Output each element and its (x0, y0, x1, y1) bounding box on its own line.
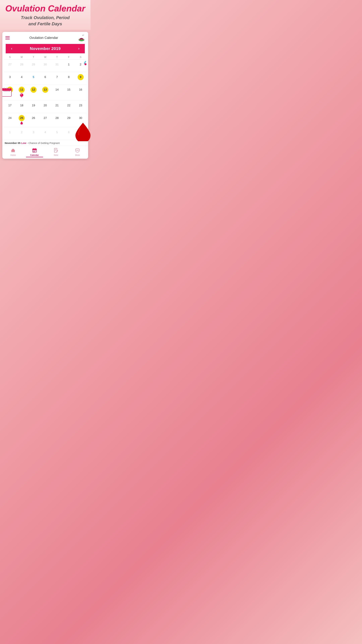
calendar-row-2: 3 4 5 6 7 8 9 (4, 72, 86, 84)
prev-month-button[interactable]: ‹ (10, 46, 13, 51)
cal-cell-7[interactable]: 7 (51, 74, 63, 83)
svg-point-23 (9, 91, 10, 92)
cal-cell-8[interactable]: 8 (63, 74, 75, 83)
svg-point-33 (34, 150, 35, 151)
app-header: Ovulation Calendar Track Ovulation, Peri… (0, 0, 90, 30)
weekday-row: S M T W T F S (4, 53, 86, 59)
svg-point-41 (76, 150, 77, 150)
status-level: Low (21, 142, 26, 144)
cal-cell-17[interactable]: 17 (4, 102, 16, 112)
cal-cell-9[interactable]: 9 (75, 74, 86, 83)
thermometer-icon (81, 60, 87, 67)
weekday-f: F (63, 56, 75, 58)
cal-cell-15[interactable]: 15 (63, 86, 75, 99)
app-subtitle: Track Ovulation, Periodand Fertile Days (3, 14, 87, 27)
bottom-nav: Home Calendar (2, 146, 88, 159)
cal-cell-30-oct[interactable]: 30 (39, 61, 51, 70)
cal-cell-5-dec[interactable]: 5 (51, 129, 63, 138)
cal-cell-11[interactable]: 11 (16, 86, 27, 99)
cal-cell-6-dec[interactable]: 6 (63, 129, 75, 138)
svg-point-42 (77, 150, 78, 150)
month-year-label: November 2019 (30, 46, 61, 51)
watermelon-icon: AD (78, 34, 85, 42)
nav-home[interactable]: Home (2, 147, 24, 158)
weekday-w: W (39, 56, 51, 58)
svg-point-34 (35, 150, 36, 151)
cal-cell-2[interactable]: 2 (75, 61, 86, 70)
cal-cell-20[interactable]: 20 (39, 102, 51, 112)
blood-drop-large-decoration (75, 123, 90, 142)
svg-point-22 (8, 91, 8, 92)
nav-active-indicator (26, 157, 43, 157)
cal-cell-28[interactable]: 28 (51, 114, 63, 126)
cal-cell-6[interactable]: 6 (39, 74, 51, 83)
month-nav-wrapper: ‹ November 2019 › (2, 44, 88, 53)
calendar-icon (32, 148, 37, 154)
cal-cell-18[interactable]: 18 (16, 102, 27, 112)
cal-cell-16[interactable]: 16 (75, 86, 86, 99)
weekday-t2: T (51, 56, 63, 58)
cal-cell-14[interactable]: 14 (51, 86, 63, 99)
cal-cell-31-oct[interactable]: 31 (51, 61, 63, 70)
nav-more-label: More (75, 154, 80, 156)
more-icon (75, 148, 80, 154)
cal-cell-25[interactable]: 25 (16, 114, 27, 126)
svg-point-21 (6, 91, 7, 92)
nav-calendar[interactable]: Calendar (24, 147, 45, 158)
cal-cell-27-oct[interactable]: 27 (4, 61, 16, 70)
period-marker-small (20, 122, 23, 125)
app-title: Ovulation Calendar (3, 4, 87, 13)
cal-cell-27-nov[interactable]: 27 (39, 114, 51, 126)
cal-cell-24[interactable]: 24 (4, 114, 16, 126)
nav-note-label: Note (54, 154, 58, 156)
cal-cell-3-dec[interactable]: 3 (28, 129, 39, 138)
cal-cell-1-dec[interactable]: 1 (4, 129, 16, 138)
svg-point-36 (34, 152, 35, 152)
weekday-s1: S (4, 56, 16, 58)
cal-cell-13[interactable]: 13 (39, 86, 51, 99)
cal-cell-21[interactable]: 21 (51, 102, 63, 112)
svg-text:AD: AD (82, 34, 84, 36)
svg-point-20 (5, 91, 6, 92)
nav-more[interactable]: More (67, 147, 88, 158)
cal-cell-4-dec[interactable]: 4 (39, 129, 51, 138)
cal-cell-23[interactable]: 23 (75, 102, 86, 112)
svg-point-8 (84, 63, 86, 65)
cal-cell-19[interactable]: 19 (28, 102, 39, 112)
weekday-s2: S (75, 56, 86, 58)
cal-cell-26[interactable]: 26 (28, 114, 39, 126)
note-icon (54, 148, 58, 154)
cal-cell-2-dec[interactable]: 2 (16, 129, 27, 138)
cal-cell-5[interactable]: 5 (28, 74, 39, 83)
small-calendar-decoration (2, 87, 12, 98)
month-nav: ‹ November 2019 › (6, 44, 85, 53)
weekday-t1: T (28, 56, 39, 58)
cal-cell-29-oct[interactable]: 29 (28, 61, 39, 70)
next-month-button[interactable]: › (77, 46, 81, 51)
cal-cell-29[interactable]: 29 (63, 114, 75, 126)
cal-cell-4[interactable]: 4 (16, 74, 27, 83)
topbar-title: Ovulation Calendar (29, 36, 58, 40)
cal-cell-3[interactable]: 3 (4, 74, 16, 83)
svg-rect-37 (54, 148, 57, 152)
cal-cell-28-oct[interactable]: 28 (16, 61, 27, 70)
calendar-row-5: 24 25 26 27 28 29 30 (4, 113, 86, 127)
svg-rect-12 (2, 90, 11, 91)
svg-point-32 (33, 150, 34, 151)
svg-rect-29 (32, 149, 36, 150)
nav-home-label: Home (10, 154, 16, 156)
cal-cell-12[interactable]: 12 (28, 86, 39, 99)
svg-point-24 (20, 94, 23, 97)
cal-cell-22[interactable]: 22 (63, 102, 75, 112)
svg-point-19 (4, 91, 4, 92)
nav-note[interactable]: Note (45, 147, 67, 158)
calendar-row-6: 1 2 3 4 5 6 7 (4, 127, 86, 140)
ovulation-marker (20, 93, 23, 98)
home-icon (11, 148, 15, 154)
svg-point-35 (33, 152, 34, 152)
svg-rect-27 (12, 151, 13, 152)
cal-cell-1[interactable]: 1 (63, 61, 75, 70)
status-date: November 05 (5, 142, 20, 144)
svg-point-2 (81, 38, 82, 39)
menu-button[interactable] (5, 36, 10, 40)
